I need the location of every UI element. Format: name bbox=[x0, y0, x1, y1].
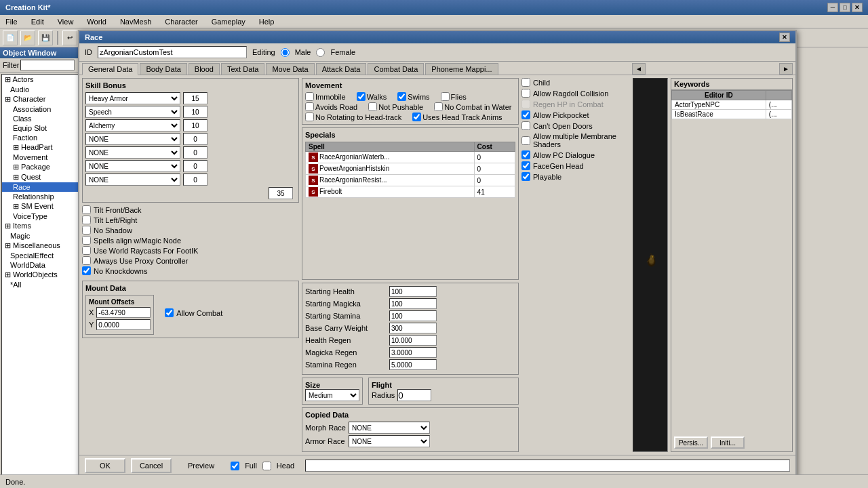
cb-proxy-controller-input[interactable] bbox=[82, 256, 91, 265]
tree-class[interactable]: Class bbox=[2, 114, 78, 123]
tree-movement[interactable]: Movement bbox=[2, 152, 78, 162]
menu-gameplay[interactable]: Gameplay bbox=[209, 18, 248, 26]
skill-value-2[interactable] bbox=[183, 119, 208, 131]
skill-value-3[interactable] bbox=[183, 133, 208, 145]
tree-equipslot[interactable]: Equip Slot bbox=[2, 123, 78, 133]
cb-spells-align-input[interactable] bbox=[82, 236, 91, 245]
filter-input[interactable] bbox=[20, 60, 75, 70]
allow-combat-checkbox[interactable] bbox=[165, 308, 174, 317]
rc-allow-pickpocket-cb[interactable] bbox=[521, 110, 530, 119]
full-checkbox[interactable] bbox=[231, 462, 239, 470]
tree-audio[interactable]: Audio bbox=[2, 85, 78, 94]
specials-row-1[interactable]: SPowerArgonianHistskin 0 bbox=[306, 163, 515, 175]
persist-button[interactable]: Persis... bbox=[674, 436, 708, 449]
skill-total-value[interactable] bbox=[269, 187, 293, 199]
tab-text-data[interactable]: Text Data bbox=[221, 63, 264, 75]
cancel-button[interactable]: Cancel bbox=[131, 458, 172, 473]
rc-allow-ragdoll-cb[interactable] bbox=[521, 89, 530, 98]
base-carry-weight-input[interactable] bbox=[389, 323, 437, 333]
specials-row-0[interactable]: SRaceArgonianWaterb... 0 bbox=[306, 152, 515, 163]
skill-select-0[interactable]: Heavy Armor bbox=[85, 92, 180, 104]
mov-no-rotating-cb[interactable] bbox=[305, 113, 314, 121]
toolbar-undo[interactable]: ↩ bbox=[62, 30, 77, 45]
mov-flies-cb[interactable] bbox=[441, 92, 450, 101]
radius-input[interactable] bbox=[397, 389, 431, 401]
tree-worlddata[interactable]: WorldData bbox=[2, 260, 78, 270]
tree-magic[interactable]: Magic bbox=[2, 231, 78, 241]
skill-value-5[interactable] bbox=[183, 160, 208, 172]
female-radio[interactable] bbox=[316, 48, 325, 57]
tree-specialeffect[interactable]: SpecialEffect bbox=[2, 251, 78, 260]
rc-playable-cb[interactable] bbox=[521, 172, 530, 181]
rc-cant-open-doors-cb[interactable] bbox=[521, 121, 530, 130]
tree-voicetype[interactable]: VoiceType bbox=[2, 211, 78, 221]
mov-not-pushable-cb[interactable] bbox=[368, 102, 377, 111]
tab-prev[interactable]: ◄ bbox=[632, 63, 646, 75]
skill-select-6[interactable]: NONE bbox=[85, 174, 180, 186]
skill-select-2[interactable]: Alchemy bbox=[85, 119, 180, 131]
skill-select-3[interactable]: NONE bbox=[85, 133, 180, 145]
cb-no-shadow-input[interactable] bbox=[82, 226, 91, 235]
tree-race[interactable]: Race bbox=[2, 182, 78, 192]
mov-immobile-cb[interactable] bbox=[305, 92, 314, 101]
rc-facegen-head-cb[interactable] bbox=[521, 161, 530, 170]
toolbar-new[interactable]: 📄 bbox=[3, 30, 18, 45]
initial-button[interactable]: Initi... bbox=[711, 436, 745, 449]
kw-row-0[interactable]: ActorTypeNPC (... bbox=[672, 100, 792, 110]
tab-general-data[interactable]: General Data bbox=[82, 63, 138, 75]
menu-help[interactable]: Help bbox=[256, 18, 277, 26]
starting-stamina-input[interactable] bbox=[389, 310, 437, 321]
cb-world-raycasts-input[interactable] bbox=[82, 246, 91, 255]
tree-package[interactable]: ⊞ Package bbox=[2, 162, 78, 172]
tree-headpart[interactable]: ⊞ HeadPart bbox=[2, 142, 78, 152]
mov-uses-head-cb[interactable] bbox=[412, 113, 421, 121]
mov-no-combat-water-cb[interactable] bbox=[434, 102, 443, 111]
cb-tilt-frontback-input[interactable] bbox=[82, 205, 91, 214]
tab-move-data[interactable]: Move Data bbox=[266, 63, 314, 75]
tree-actors[interactable]: ⊞ Actors bbox=[2, 75, 78, 85]
kw-row-1[interactable]: IsBeastRace (... bbox=[672, 110, 792, 119]
skill-value-4[interactable] bbox=[183, 146, 208, 159]
tree-character[interactable]: ⊞ Character bbox=[2, 94, 78, 104]
rc-allow-multiple-cb[interactable] bbox=[521, 136, 530, 145]
tab-phoneme[interactable]: Phoneme Mappi... bbox=[425, 63, 498, 75]
tab-combat-data[interactable]: Combat Data bbox=[368, 63, 424, 75]
tree-misc[interactable]: ⊞ Miscellaneous bbox=[2, 241, 78, 251]
tab-attack-data[interactable]: Attack Data bbox=[316, 63, 367, 75]
tree-items[interactable]: ⊞ Items bbox=[2, 221, 78, 231]
starting-health-input[interactable] bbox=[389, 286, 437, 297]
tab-body-data[interactable]: Body Data bbox=[140, 63, 186, 75]
specials-row-3[interactable]: SFirebolt 41 bbox=[306, 186, 515, 198]
skill-select-5[interactable]: NONE bbox=[85, 160, 180, 172]
rc-allow-pc-dialogue-cb[interactable] bbox=[521, 150, 530, 159]
maximize-button[interactable]: □ bbox=[840, 3, 850, 12]
mov-avoids-road-cb[interactable] bbox=[305, 102, 314, 111]
close-button[interactable]: ✕ bbox=[852, 3, 863, 12]
rc-regen-hp-cb[interactable] bbox=[521, 100, 530, 108]
tree-worldobjects[interactable]: ⊞ WorldObjects bbox=[2, 270, 78, 280]
mov-swims-cb[interactable] bbox=[397, 92, 406, 101]
tree-smevent[interactable]: ⊞ SM Event bbox=[2, 201, 78, 211]
tab-next[interactable]: ► bbox=[779, 63, 793, 75]
offset-x-input[interactable] bbox=[96, 307, 151, 318]
tree-all[interactable]: *All bbox=[2, 280, 78, 289]
offset-y-input[interactable] bbox=[96, 319, 151, 330]
menu-file[interactable]: File bbox=[3, 18, 20, 26]
toolbar-open[interactable]: 📂 bbox=[20, 30, 35, 45]
cb-no-knockdowns-input[interactable] bbox=[82, 266, 91, 275]
menu-character[interactable]: Character bbox=[162, 18, 200, 26]
armor-race-select[interactable]: NONE bbox=[349, 435, 430, 447]
tree-faction[interactable]: Faction bbox=[2, 133, 78, 142]
specials-row-2[interactable]: SRaceArgonianResist... 0 bbox=[306, 175, 515, 186]
skill-select-1[interactable]: Speech bbox=[85, 106, 180, 118]
skill-value-6[interactable] bbox=[183, 174, 208, 186]
menu-world[interactable]: World bbox=[84, 18, 109, 26]
skill-value-0[interactable] bbox=[183, 92, 208, 104]
toolbar-save[interactable]: 💾 bbox=[38, 30, 53, 45]
skill-value-1[interactable] bbox=[183, 106, 208, 118]
male-radio[interactable] bbox=[281, 48, 290, 57]
tab-blood[interactable]: Blood bbox=[189, 63, 220, 75]
head-checkbox[interactable] bbox=[262, 462, 271, 470]
tree-association[interactable]: Association bbox=[2, 104, 78, 114]
menu-edit[interactable]: Edit bbox=[28, 18, 47, 26]
